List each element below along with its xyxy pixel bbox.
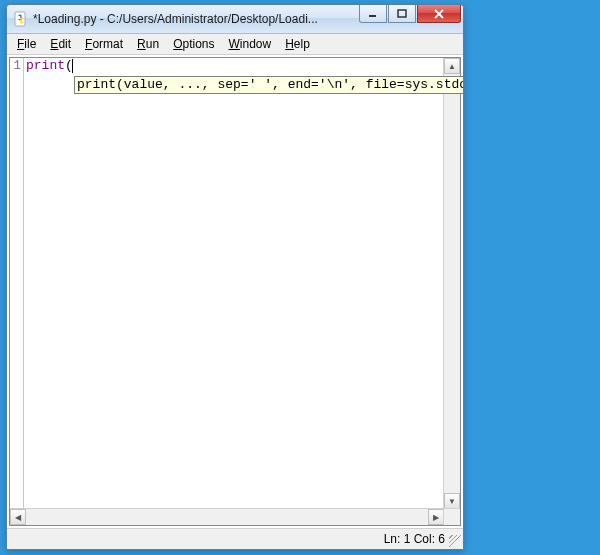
python-file-icon	[13, 11, 29, 27]
close-icon	[433, 9, 445, 19]
menu-options[interactable]: Options	[167, 36, 220, 52]
horizontal-scrollbar[interactable]: ◀ ▶	[10, 508, 444, 525]
scroll-left-button[interactable]: ◀	[10, 509, 26, 525]
chevron-up-icon: ▲	[448, 62, 456, 71]
menubar: File Edit Format Run Options Window Help	[7, 34, 463, 55]
scroll-down-button[interactable]: ▼	[444, 493, 460, 509]
scroll-corner	[443, 508, 460, 525]
menu-file[interactable]: File	[11, 36, 42, 52]
scroll-track-vertical[interactable]	[444, 74, 460, 493]
scroll-track-horizontal[interactable]	[26, 509, 428, 525]
titlebar[interactable]: *Loading.py - C:/Users/Administrator/Des…	[7, 5, 463, 34]
editor-area: 1 print( print(value, ..., sep=' ', end=…	[7, 55, 463, 528]
window-controls	[359, 5, 463, 33]
idle-window: *Loading.py - C:/Users/Administrator/Des…	[6, 4, 464, 550]
line-number: 1	[10, 58, 21, 74]
token-builtin: print	[26, 58, 65, 73]
cursor-position-status: Ln: 1 Col: 6	[384, 532, 445, 546]
code-editor[interactable]: print(	[24, 58, 444, 509]
vertical-scrollbar[interactable]: ▲ ▼	[443, 58, 460, 509]
svg-rect-2	[398, 10, 406, 17]
menu-format[interactable]: Format	[79, 36, 129, 52]
menu-help[interactable]: Help	[279, 36, 316, 52]
menu-run[interactable]: Run	[131, 36, 165, 52]
minimize-button[interactable]	[359, 5, 387, 23]
statusbar: Ln: 1 Col: 6	[7, 528, 463, 549]
chevron-left-icon: ◀	[15, 513, 21, 522]
menu-edit[interactable]: Edit	[44, 36, 77, 52]
text-cursor	[72, 59, 73, 73]
window-title: *Loading.py - C:/Users/Administrator/Des…	[33, 12, 359, 26]
scroll-up-button[interactable]: ▲	[444, 58, 460, 74]
maximize-button[interactable]	[388, 5, 416, 23]
resize-grip-icon[interactable]	[449, 535, 461, 547]
close-button[interactable]	[417, 5, 461, 23]
chevron-down-icon: ▼	[448, 497, 456, 506]
minimize-icon	[368, 9, 378, 19]
menu-window[interactable]: Window	[223, 36, 278, 52]
chevron-right-icon: ▶	[433, 513, 439, 522]
calltip-tooltip: print(value, ..., sep=' ', end='\n', fil…	[74, 76, 463, 94]
maximize-icon	[397, 9, 407, 19]
line-number-gutter: 1	[10, 58, 24, 509]
editor-frame: 1 print( print(value, ..., sep=' ', end=…	[9, 57, 461, 526]
scroll-right-button[interactable]: ▶	[428, 509, 444, 525]
